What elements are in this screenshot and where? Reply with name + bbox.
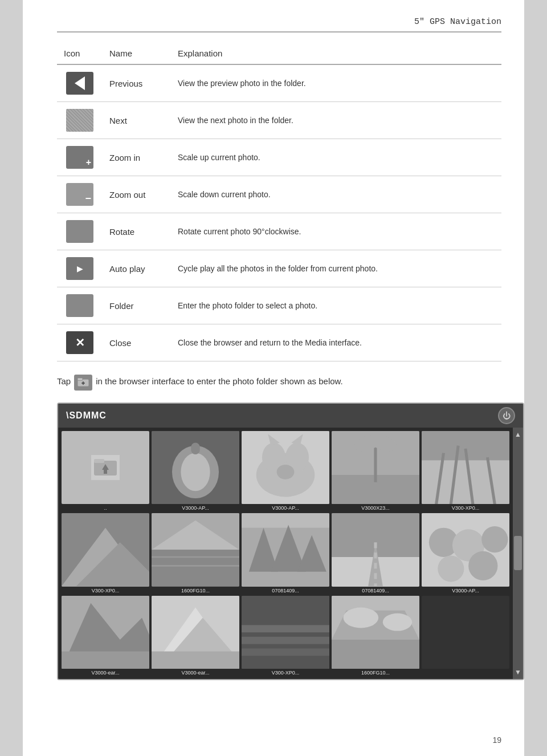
- thumb-label: V300-XP0...: [92, 588, 120, 594]
- page-number: 19: [492, 735, 501, 745]
- svg-point-52: [481, 526, 508, 552]
- icon-previous: [64, 72, 96, 95]
- name-folder: Folder: [103, 287, 171, 324]
- thumb-sky: [332, 596, 419, 669]
- scrollbar: ▲ ▼: [513, 428, 523, 679]
- explanation-close: Close the browser and return to the Medi…: [171, 324, 501, 361]
- name-autoplay: Auto play: [103, 250, 171, 287]
- svg-rect-65: [242, 648, 329, 656]
- zoomout-icon: [66, 183, 93, 206]
- header-title: 5" GPS Navigation: [414, 17, 501, 27]
- svg-rect-64: [242, 637, 329, 644]
- thumb-grass: [422, 431, 509, 504]
- thumb-dark: [242, 596, 329, 669]
- close-icon: ✕: [66, 331, 93, 354]
- autoplay-icon: [66, 257, 93, 280]
- tap-suffix: in the browser interface to enter the ph…: [96, 375, 343, 388]
- table-row: Zoom out Scale down current photo.: [57, 176, 501, 213]
- zoomin-icon: [66, 146, 93, 169]
- thumb-label: ..: [104, 505, 107, 511]
- col-explanation: Explanation: [171, 44, 501, 64]
- grid-cell-mountain2[interactable]: V3000-ear...: [62, 596, 149, 676]
- next-img-icon: [66, 109, 93, 132]
- screenshot-title: \SDMMC: [66, 410, 107, 421]
- table-row: Previous View the preview photo in the f…: [57, 64, 501, 102]
- thumb-circles: [422, 513, 509, 586]
- svg-point-20: [277, 465, 295, 479]
- grid-cell-apple[interactable]: V3000-AP...: [152, 431, 239, 511]
- grid-cell-up[interactable]: ..: [62, 431, 149, 511]
- thumb-empty: [422, 596, 509, 669]
- thumb-snow: [152, 596, 239, 669]
- thumb-label: 1600FG10...: [361, 670, 390, 676]
- folder-inline-icon: [74, 375, 92, 391]
- photo-grid: .. V3000-AP...: [58, 428, 513, 679]
- grid-cell-mountain[interactable]: V300-XP0...: [62, 513, 149, 593]
- scroll-up-arrow[interactable]: ▲: [515, 429, 521, 440]
- grid-cell-grass[interactable]: V300-XP0...: [422, 431, 509, 511]
- thumb-label: V3000-AP...: [452, 588, 479, 594]
- thumb-trees: [242, 513, 329, 586]
- icon-rotate: [64, 220, 96, 243]
- page-header: 5" GPS Navigation: [57, 17, 501, 32]
- thumb-label: V3000-ear...: [181, 670, 209, 676]
- tap-label: Tap: [57, 375, 71, 388]
- svg-point-70: [383, 613, 412, 631]
- folder-icon: [66, 294, 93, 317]
- explanation-zoomout: Scale down current photo.: [171, 176, 501, 213]
- icon-zoomin: [64, 146, 96, 169]
- name-zoomin: Zoom in: [103, 139, 171, 176]
- explanation-next: View the next photo in the folder.: [171, 102, 501, 139]
- grid-cell-circles[interactable]: V3000-AP...: [422, 513, 509, 593]
- svg-rect-1: [77, 378, 83, 380]
- icon-zoomout: [64, 183, 96, 206]
- power-button[interactable]: ⏻: [498, 407, 515, 424]
- grid-cell-cat[interactable]: V3000-AP...: [242, 431, 329, 511]
- thumb-up: [62, 431, 149, 504]
- table-row: Folder Enter the photo folder to select …: [57, 287, 501, 324]
- table-row: Rotate Rotate current photo 90°clockwise…: [57, 213, 501, 250]
- grid-cell-palm[interactable]: V3000X23...: [332, 431, 419, 511]
- col-icon: Icon: [57, 44, 103, 64]
- table-row: Auto play Cycle play all the photos in t…: [57, 250, 501, 287]
- screenshot-header: \SDMMC ⏻: [58, 404, 523, 428]
- thumb-cat: [242, 431, 329, 504]
- svg-point-69: [344, 607, 379, 628]
- table-row: Zoom in Scale up current photo.: [57, 139, 501, 176]
- name-rotate: Rotate: [103, 213, 171, 250]
- svg-rect-13: [191, 443, 199, 455]
- screenshot-box: \SDMMC ⏻: [57, 403, 524, 680]
- thumb-label: V300-XP0...: [452, 505, 480, 511]
- svg-rect-9: [104, 469, 107, 474]
- grid-cell-lake[interactable]: 1600FG10...: [152, 513, 239, 593]
- thumb-lake: [152, 513, 239, 586]
- scroll-down-arrow[interactable]: ▼: [515, 666, 521, 678]
- grid-cell-dark[interactable]: V300-XP0...: [242, 596, 329, 676]
- thumb-palm: [332, 431, 419, 504]
- svg-rect-67: [332, 640, 419, 669]
- thumb-label: 07081409...: [362, 588, 389, 594]
- icon-close: ✕: [64, 331, 96, 354]
- grid-cell-road[interactable]: 07081409...: [332, 513, 419, 593]
- scroll-thumb[interactable]: [514, 536, 522, 570]
- prev-triangle-icon: [75, 76, 85, 90]
- svg-rect-37: [152, 550, 239, 586]
- thumb-label: V3000-ear...: [91, 670, 119, 676]
- thumb-label: V300-XP0...: [272, 670, 300, 676]
- svg-point-12: [181, 453, 210, 491]
- svg-rect-57: [62, 651, 149, 669]
- name-zoomout: Zoom out: [103, 176, 171, 213]
- svg-rect-63: [242, 625, 329, 632]
- grid-cell-trees[interactable]: 07081409...: [242, 513, 329, 593]
- icon-table: Icon Name Explanation Previous: [57, 44, 501, 361]
- grid-cell-sky[interactable]: 1600FG10...: [332, 596, 419, 676]
- explanation-rotate: Rotate current photo 90°clockwise.: [171, 213, 501, 250]
- thumb-apple: [152, 431, 239, 504]
- svg-point-54: [468, 551, 497, 580]
- explanation-previous: View the preview photo in the folder.: [171, 64, 501, 102]
- thumb-mountain2: [62, 596, 149, 669]
- grid-cell-snow[interactable]: V3000-ear...: [152, 596, 239, 676]
- explanation-zoomin: Scale up current photo.: [171, 139, 501, 176]
- svg-rect-61: [152, 651, 239, 669]
- name-close: Close: [103, 324, 171, 361]
